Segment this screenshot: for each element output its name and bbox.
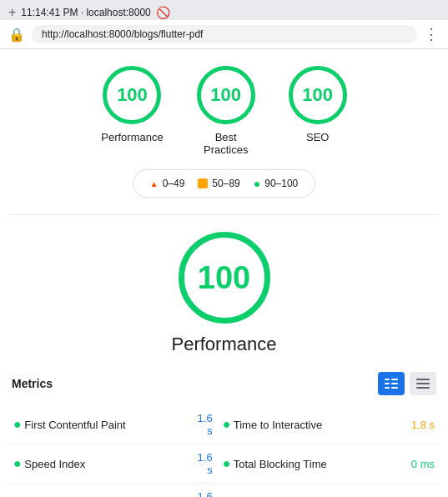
best-practices-circle: 100: [197, 66, 255, 124]
seo-circle: 100: [289, 66, 347, 124]
metric-cell: ● Total Blocking Time: [218, 444, 403, 484]
best-practices-label: BestPractices: [204, 131, 248, 156]
performance-circle: 100: [103, 66, 161, 124]
metric-cell: ● Speed Index: [8, 444, 193, 484]
svg-rect-4: [391, 383, 398, 384]
legend-red-icon: ▲: [150, 179, 159, 188]
score-performance: 100 Performance: [101, 66, 163, 156]
metric-dot-icon: ●: [13, 417, 22, 431]
legend-orange-label: 50–89: [212, 178, 239, 189]
metric-value: 1.6 s: [193, 405, 218, 444]
legend-green-label: 90–100: [264, 178, 298, 189]
metrics-view-toggle[interactable]: [378, 372, 436, 395]
new-tab-button[interactable]: +: [8, 5, 16, 20]
score-seo: 100 SEO: [289, 66, 347, 156]
metric-name: First Contentful Paint: [24, 419, 125, 431]
block-icon: 🚫: [156, 6, 170, 19]
svg-rect-2: [385, 387, 390, 389]
svg-rect-8: [416, 387, 430, 389]
score-legend: ▲ 0–49 50–89 ● 90–100: [133, 169, 316, 198]
score-best-practices: 100 BestPractices: [197, 66, 255, 156]
metric-cell: ● Cumulative Layout Shift: [218, 484, 403, 498]
svg-rect-0: [385, 379, 390, 380]
metric-cell: ● Largest Contentful Paint: [8, 484, 193, 498]
metric-name: Speed Index: [24, 458, 85, 470]
metric-dot-icon: ●: [13, 456, 22, 470]
metric-value: 1.6 s: [193, 444, 218, 484]
tab-bar: + 11:14:41 PM · localhost:8000 🚫: [0, 0, 448, 20]
metric-dot-icon: ●: [223, 456, 231, 470]
svg-rect-5: [391, 387, 398, 389]
big-performance-circle: 100: [179, 232, 270, 324]
svg-rect-6: [416, 379, 430, 380]
performance-label: Performance: [101, 131, 163, 143]
legend-red-label: 0–49: [163, 178, 185, 189]
metric-cell: ● Time to Interactive: [218, 405, 403, 444]
svg-rect-3: [391, 379, 398, 380]
more-options-icon[interactable]: ⋮: [424, 25, 440, 43]
list-view-icon: [385, 378, 398, 389]
metric-value: 1.8 s: [402, 405, 440, 444]
bar-view-icon: [416, 378, 430, 389]
legend-orange: 50–89: [198, 178, 239, 189]
metric-dot-icon: ●: [223, 417, 231, 431]
svg-rect-7: [416, 383, 430, 384]
metric-name: Total Blocking Time: [234, 458, 327, 470]
main-content: 100 Performance 100 BestPractices 100 SE…: [0, 49, 448, 497]
metrics-bar-view-button[interactable]: [410, 372, 436, 395]
section-divider: [8, 214, 440, 215]
legend-orange-icon: [198, 178, 208, 188]
metric-value: 1.6 s: [193, 484, 218, 498]
metric-name: Time to Interactive: [234, 419, 322, 431]
metrics-table: ● First Contentful Paint 1.6 s ● Time to…: [8, 405, 440, 497]
metrics-title: Metrics: [12, 377, 53, 390]
tab-info: 11:14:41 PM · localhost:8000: [21, 7, 150, 18]
table-row: ● First Contentful Paint 1.6 s ● Time to…: [8, 405, 440, 444]
table-row: ● Speed Index 1.6 s ● Total Blocking Tim…: [8, 444, 440, 484]
svg-rect-1: [385, 383, 390, 384]
legend-red: ▲ 0–49: [150, 178, 185, 189]
scores-row: 100 Performance 100 BestPractices 100 SE…: [8, 66, 440, 156]
legend-green: ● 90–100: [254, 177, 299, 190]
metric-cell: ● First Contentful Paint: [8, 405, 193, 444]
big-performance-label: Performance: [172, 334, 277, 355]
legend-green-icon: ●: [254, 177, 260, 190]
big-performance-score: 100 Performance: [8, 232, 440, 355]
metrics-list-view-button[interactable]: [378, 372, 405, 395]
seo-label: SEO: [306, 131, 329, 143]
url-input[interactable]: [32, 25, 417, 43]
metrics-header: Metrics: [8, 372, 440, 395]
nav-bar: 🔒 ⋮: [0, 20, 448, 49]
metric-value: 0 ms: [402, 444, 440, 484]
table-row: ● Largest Contentful Paint 1.6 s ● Cumul…: [8, 484, 440, 498]
security-icon: 🔒: [8, 27, 25, 43]
metric-value: 0.015: [402, 484, 440, 498]
